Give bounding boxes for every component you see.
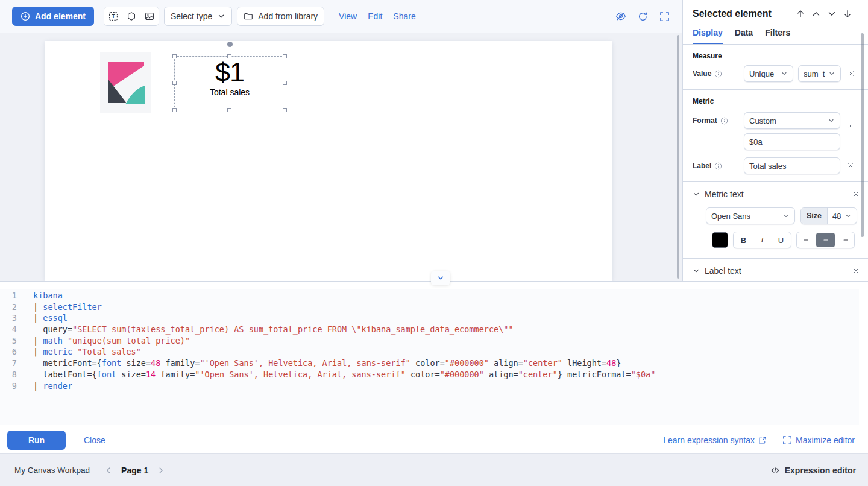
code-lines: 1kibana2| selectFilter3| essql4 query="S… (0, 290, 859, 391)
resize-handle-nw[interactable] (172, 54, 177, 58)
chevron-down-icon (844, 212, 852, 219)
send-backward-button[interactable] (827, 9, 837, 19)
format-select[interactable]: Custom (744, 112, 840, 129)
kibana-logo-image[interactable] (100, 52, 151, 113)
field-select[interactable]: sum_t (798, 65, 841, 82)
close-button[interactable]: Close (84, 435, 105, 445)
tab-filters[interactable]: Filters (765, 24, 790, 44)
editor-mode-label: Expression editor (785, 465, 856, 475)
plus-circle-icon (20, 11, 30, 21)
run-button[interactable]: Run (7, 431, 66, 450)
format-label: Format (693, 116, 744, 125)
metric-size-select[interactable]: 48 (828, 208, 857, 224)
maximize-icon (782, 435, 792, 445)
canvas-scrollbar[interactable] (677, 35, 679, 279)
remove-label-button[interactable] (846, 161, 855, 171)
resize-handle-w[interactable] (172, 81, 177, 85)
arrow-up-icon (796, 9, 805, 19)
remove-label-text-button[interactable] (851, 266, 861, 276)
rotation-handle[interactable] (227, 42, 233, 47)
metric-label-text: Total sales (210, 87, 250, 98)
custom-format-row (683, 132, 868, 154)
add-from-library-label: Add from library (258, 11, 318, 21)
metric-text-toggle[interactable]: Metric text (693, 189, 744, 199)
share-link[interactable]: Share (393, 11, 415, 21)
view-link[interactable]: View (339, 11, 357, 21)
close-icon (848, 70, 855, 77)
close-icon (847, 162, 854, 169)
metric-font-select[interactable]: Open Sans (706, 207, 795, 224)
align-right-icon (840, 236, 849, 244)
svg-text:T: T (112, 13, 115, 19)
align-right-button[interactable] (835, 233, 854, 247)
chevron-down-icon (827, 9, 837, 19)
workpad-page[interactable]: $1 Total sales (45, 41, 612, 281)
remove-format-button[interactable] (846, 121, 855, 131)
tab-display[interactable]: Display (693, 24, 723, 44)
resize-handle-s[interactable] (227, 108, 231, 112)
panel-title: Selected element (693, 8, 772, 19)
resize-handle-ne[interactable] (283, 54, 287, 58)
remove-value-button[interactable] (846, 69, 856, 78)
chevron-down-icon (693, 191, 700, 198)
eye-slash-icon (615, 11, 626, 22)
send-to-back-button[interactable] (843, 9, 852, 19)
next-page-button[interactable] (157, 466, 165, 475)
add-from-library-button[interactable]: Add from library (237, 7, 324, 26)
select-type-dropdown[interactable]: Select type (164, 7, 232, 26)
add-shape-button[interactable] (122, 7, 140, 25)
resize-handle-sw[interactable] (172, 108, 177, 112)
expression-code-editor[interactable]: 1kibana2| selectFilter3| essql4 query="S… (0, 289, 859, 425)
fullscreen-icon (659, 11, 670, 22)
metric-heading: Metric (683, 90, 868, 107)
metric-label-input[interactable] (744, 157, 840, 174)
align-center-icon (822, 236, 830, 244)
external-link-icon (758, 436, 767, 444)
bring-to-front-button[interactable] (796, 9, 805, 19)
resize-handle-se[interactable] (283, 108, 287, 112)
refresh-button[interactable] (637, 10, 649, 22)
metric-style-row: B I U (683, 227, 868, 251)
label-text-toggle[interactable]: Label text (693, 266, 741, 276)
chevron-down-icon (828, 70, 835, 77)
add-text-button[interactable]: T (104, 7, 122, 25)
resize-handle-n[interactable] (227, 54, 231, 58)
hide-toolbar-button[interactable] (615, 10, 627, 22)
align-left-button[interactable] (797, 233, 816, 247)
panel-scrollbar[interactable] (861, 33, 864, 237)
metric-color-swatch[interactable] (712, 232, 728, 248)
select-type-label: Select type (171, 11, 212, 21)
code-line: 8 labelFont={font size=14 family="'Open … (0, 369, 859, 380)
learn-expression-syntax-link[interactable]: Learn expression syntax (663, 435, 767, 445)
aggregation-select[interactable]: Unique (744, 65, 793, 82)
align-center-button[interactable] (816, 233, 835, 247)
measure-heading: Measure (683, 45, 868, 62)
italic-button[interactable]: I (753, 233, 772, 247)
remove-metric-text-button[interactable] (851, 189, 861, 199)
workpad-title-button[interactable]: My Canvas Workpad (14, 465, 90, 475)
tab-data[interactable]: Data (735, 24, 753, 44)
bring-forward-button[interactable] (811, 9, 821, 19)
underline-button[interactable]: U (772, 233, 790, 247)
custom-format-input[interactable] (744, 133, 840, 150)
code-line: 4 query="SELECT sum(taxless_total_price)… (0, 324, 859, 335)
resize-handle-e[interactable] (283, 81, 287, 85)
add-element-button[interactable]: Add element (12, 7, 94, 26)
previous-page-button[interactable] (104, 466, 113, 475)
edit-link[interactable]: Edit (368, 11, 382, 21)
add-image-button[interactable] (140, 7, 159, 25)
format-row: Format Custom (683, 107, 868, 132)
refresh-icon (638, 11, 648, 22)
label-row: Label (683, 154, 868, 178)
toolbar-right-icons (615, 10, 670, 22)
chevron-down-icon (781, 70, 788, 77)
editor-right-links: Learn expression syntax Maximize editor (663, 435, 855, 445)
workpad-footer: My Canvas Workpad Page 1 Expression edit… (0, 453, 868, 486)
bold-button[interactable]: B (734, 233, 753, 247)
code-line: 6| metric "Total sales" (0, 346, 859, 358)
maximize-editor-link[interactable]: Maximize editor (782, 435, 855, 445)
collapse-editor-button[interactable] (431, 271, 450, 285)
fullscreen-button[interactable] (658, 10, 670, 22)
selected-metric-element[interactable]: $1 Total sales (174, 56, 285, 110)
editor-mode-indicator[interactable]: Expression editor (770, 465, 856, 475)
